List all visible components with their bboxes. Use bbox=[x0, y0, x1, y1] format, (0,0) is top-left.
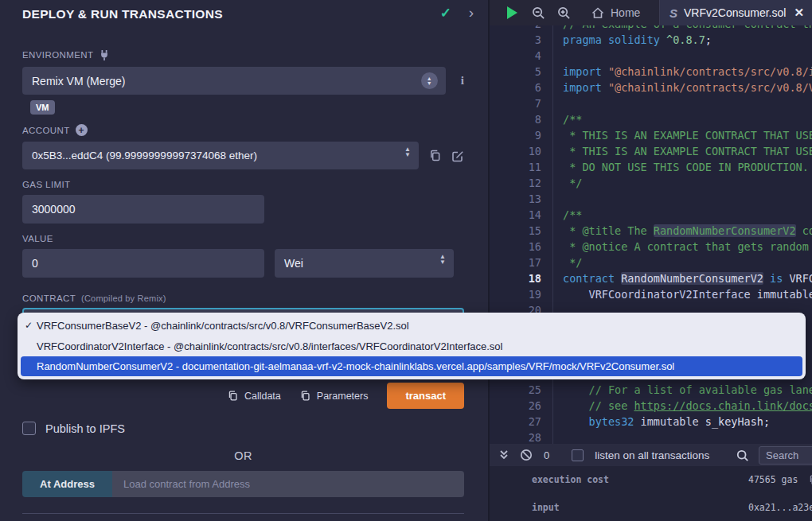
section-divider bbox=[22, 513, 464, 514]
line-number: 28 bbox=[490, 430, 553, 444]
code-lines: 2// An example of a consumer contract th… bbox=[490, 25, 812, 444]
publish-ipfs-checkbox[interactable] bbox=[22, 422, 36, 435]
code-line[interactable]: 14/** bbox=[490, 207, 812, 223]
line-content: import "@chainlink/contracts/src/v0.8/in… bbox=[553, 64, 812, 80]
terminal-row-value: 0xa21...a23e4 bbox=[748, 502, 812, 513]
zoom-in-icon[interactable] bbox=[557, 6, 571, 20]
panel-header: DEPLOY & RUN TRANSACTIONS ✓ › bbox=[0, 0, 488, 29]
copy-icon[interactable] bbox=[809, 475, 812, 485]
plug-icon bbox=[99, 49, 110, 60]
expand-terminal-chevrons-icon[interactable] bbox=[499, 449, 509, 461]
terminal-search-input[interactable] bbox=[759, 446, 812, 465]
dropdown-option-label: VRFConsumerBaseV2 - @chainlink/contracts… bbox=[37, 320, 409, 332]
check-icon: ✓ bbox=[25, 316, 33, 336]
select-arrows-icon: ▲▼ bbox=[421, 72, 438, 89]
at-address-button[interactable]: At Address bbox=[22, 471, 112, 497]
environment-select[interactable]: Remix VM (Merge) ▲▼ bbox=[22, 67, 446, 95]
code-line[interactable]: 18contract RandomNumberConsumerV2 is VRF… bbox=[490, 270, 812, 286]
terminal: 0 listen on all transactions execution c… bbox=[490, 444, 812, 521]
tab-vrfv2consumer[interactable]: S VRFv2Consumer.sol ✕ bbox=[659, 0, 812, 25]
terminal-row-label: execution cost bbox=[532, 474, 748, 485]
code-line[interactable]: 26 // see https://docs.chain.link/docs, bbox=[490, 398, 812, 414]
collapse-panel-chevron-icon[interactable]: › bbox=[469, 4, 474, 21]
line-number: 15 bbox=[490, 223, 553, 239]
code-line[interactable]: 4 bbox=[490, 48, 812, 64]
code-line[interactable]: 2// An example of a consumer contract th… bbox=[490, 25, 812, 32]
compile-success-check-icon: ✓ bbox=[440, 5, 451, 21]
line-content: * @title The RandomNumberConsumerV2 cont bbox=[553, 223, 812, 239]
edit-account-icon[interactable] bbox=[451, 150, 464, 162]
code-line[interactable]: 6import "@chainlink/contracts/src/v0.8/V… bbox=[490, 80, 812, 95]
line-content bbox=[553, 48, 563, 64]
code-editor[interactable]: 2// An example of a consumer contract th… bbox=[490, 25, 812, 444]
line-content bbox=[553, 191, 563, 207]
close-tab-icon[interactable]: ✕ bbox=[794, 6, 804, 20]
line-number: 6 bbox=[490, 80, 553, 95]
select-arrows-icon: ▲▼ bbox=[439, 254, 446, 265]
contract-dropdown: ✓VRFConsumerBaseV2 - @chainlink/contract… bbox=[18, 313, 806, 379]
line-number: 2 bbox=[490, 25, 553, 32]
gas-limit-label: GAS LIMIT bbox=[22, 180, 464, 189]
gas-limit-input[interactable]: 3000000 bbox=[22, 195, 264, 224]
value-unit-select[interactable]: Wei ▲▼ bbox=[275, 249, 454, 278]
code-line[interactable]: 7 bbox=[490, 95, 812, 111]
line-number: 5 bbox=[490, 64, 553, 80]
dropdown-option[interactable]: RandomNumberConsumerV2 - documentation-g… bbox=[21, 356, 802, 376]
code-line[interactable]: 12 */ bbox=[490, 175, 812, 191]
line-content: * @notice A contract that gets random va bbox=[553, 239, 812, 255]
value-input[interactable]: 0 bbox=[22, 249, 264, 278]
editor-panel: Home S VRFv2Consumer.sol ✕ 2// An exampl… bbox=[490, 0, 812, 521]
copy-icon bbox=[228, 391, 238, 401]
zoom-out-icon[interactable] bbox=[532, 6, 545, 20]
terminal-rows: execution cost47565 gasinput0xa21...a23e… bbox=[490, 474, 812, 513]
code-line[interactable]: 9 * THIS IS AN EXAMPLE CONTRACT THAT USE… bbox=[490, 127, 812, 143]
copy-icon bbox=[300, 391, 310, 401]
search-icon bbox=[736, 449, 749, 462]
code-line[interactable]: 11 * DO NOT USE THIS CODE IN PRODUCTION. bbox=[490, 159, 812, 175]
account-select[interactable]: 0x5B3...eddC4 (99.99999999997374068 ethe… bbox=[22, 142, 419, 169]
code-line[interactable]: 16 * @notice A contract that gets random… bbox=[490, 239, 812, 255]
deploy-run-panel: DEPLOY & RUN TRANSACTIONS ✓ › ENVIRONMEN… bbox=[0, 0, 490, 521]
line-number: 11 bbox=[490, 159, 553, 175]
code-line[interactable]: 19 VRFCoordinatorV2Interface immutable bbox=[490, 286, 812, 302]
calldata-action[interactable]: Calldata bbox=[228, 391, 281, 402]
code-line[interactable]: 15 * @title The RandomNumberConsumerV2 c… bbox=[490, 223, 812, 239]
dropdown-option[interactable]: ✓VRFConsumerBaseV2 - @chainlink/contract… bbox=[18, 316, 806, 336]
dropdown-option-label: RandomNumberConsumerV2 - documentation-g… bbox=[37, 360, 674, 372]
add-account-icon[interactable]: + bbox=[76, 124, 88, 136]
line-number: 17 bbox=[490, 255, 553, 270]
tab-home[interactable]: Home bbox=[582, 0, 650, 25]
at-address-input[interactable] bbox=[112, 471, 464, 497]
line-number: 12 bbox=[490, 175, 553, 191]
line-content: /** bbox=[553, 207, 582, 223]
code-line[interactable]: 8/** bbox=[490, 111, 812, 127]
code-line[interactable]: 25 // For a list of available gas lanes bbox=[490, 382, 812, 398]
terminal-row-label: input bbox=[532, 502, 748, 513]
transact-button[interactable]: transact bbox=[387, 383, 464, 409]
environment-info-icon[interactable]: i bbox=[461, 74, 464, 87]
terminal-content[interactable]: execution cost47565 gasinput0xa21...a23e… bbox=[490, 466, 812, 521]
code-line[interactable]: 10 * THIS IS AN EXAMPLE CONTRACT THAT US… bbox=[490, 143, 812, 159]
line-number: 3 bbox=[490, 32, 553, 48]
line-content: // An example of a consumer contract tha… bbox=[553, 25, 812, 32]
clear-console-ban-icon[interactable] bbox=[520, 449, 533, 461]
editor-tab-bar: Home S VRFv2Consumer.sol ✕ bbox=[490, 0, 812, 25]
run-script-play-icon[interactable] bbox=[507, 6, 517, 19]
code-line[interactable]: 17 */ bbox=[490, 255, 812, 270]
code-line[interactable]: 27 bytes32 immutable s_keyHash; bbox=[490, 414, 812, 430]
line-content: * THIS IS AN EXAMPLE CONTRACT THAT USES bbox=[553, 127, 812, 143]
line-content bbox=[553, 95, 563, 111]
code-line[interactable]: 5import "@chainlink/contracts/src/v0.8/i… bbox=[490, 64, 812, 80]
copy-account-icon[interactable] bbox=[429, 150, 441, 161]
parameters-action[interactable]: Parameters bbox=[300, 391, 369, 402]
line-content: * DO NOT USE THIS CODE IN PRODUCTION. bbox=[553, 159, 809, 175]
dropdown-option[interactable]: VRFCoordinatorV2Interface - @chainlink/c… bbox=[18, 336, 806, 356]
dropdown-option-label: VRFCoordinatorV2Interface - @chainlink/c… bbox=[37, 340, 502, 352]
line-number: 16 bbox=[490, 239, 553, 255]
code-line[interactable]: 28 bbox=[490, 430, 812, 444]
line-content: /** bbox=[553, 111, 582, 127]
code-line[interactable]: 3pragma solidity ^0.8.7; bbox=[490, 32, 812, 48]
listen-all-transactions-checkbox[interactable] bbox=[572, 449, 584, 461]
line-content: // see https://docs.chain.link/docs, bbox=[553, 398, 812, 414]
code-line[interactable]: 13 bbox=[490, 191, 812, 207]
